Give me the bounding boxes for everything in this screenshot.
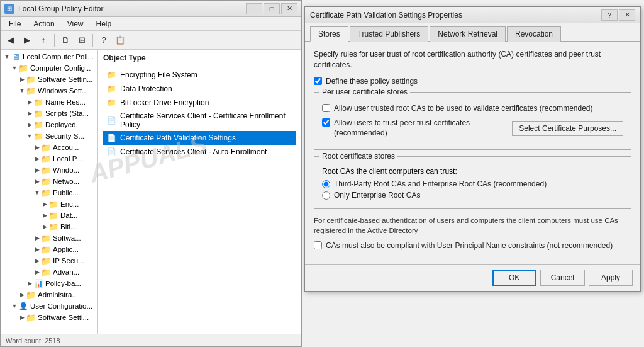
policy-item-cert-path-label: Certificate Path Validation Settings	[120, 134, 236, 142]
policy-item-cert-path[interactable]: 📄 Certificate Path Validation Settings	[103, 131, 296, 145]
folder-icon: 📁	[26, 312, 36, 322]
tree-node-deployed[interactable]: ▶ 📁 Deployed...	[1, 119, 97, 130]
expand-icon: ▶	[33, 155, 41, 162]
user-root-ca-label: Allow user trusted root CAs to be used t…	[334, 104, 593, 114]
radio-row-1: Third-Party Root CAs and Enterprise Root…	[322, 179, 623, 188]
radio-row-2: Only Enterprise Root CAs	[322, 191, 623, 200]
tree-node-policy-ba[interactable]: ▶ 📊 Policy-ba...	[1, 278, 97, 289]
menu-file[interactable]: File	[3, 18, 26, 30]
new-window-button[interactable]: 🗋	[58, 33, 73, 48]
dialog-close-button[interactable]: ✕	[619, 9, 635, 21]
select-cert-button[interactable]: Select Certificate Purposes...	[512, 121, 623, 136]
folder-item-icon: 📁	[106, 70, 116, 80]
tree-node-public-key[interactable]: ▼ 📁 Public...	[1, 187, 97, 198]
folder-icon: 📁	[41, 165, 51, 175]
tree-node-bitl[interactable]: ▶ 📁 Bitl...	[1, 221, 97, 232]
expand-icon: ▶	[26, 121, 33, 128]
dialog-titlebar: Certificate Path Validation Settings Pro…	[305, 7, 640, 23]
tree-node-software-setti[interactable]: ▶ 📁 Software Setti...	[1, 312, 97, 323]
policy-item-bitlocker[interactable]: 📁 BitLocker Drive Encryption	[103, 96, 296, 110]
tree-node-software-settings[interactable]: ▶ 📁 Software Settin...	[1, 74, 97, 85]
third-party-radio-label: Third-Party Root CAs and Enterprise Root…	[334, 179, 547, 188]
tree-node-softwa[interactable]: ▶ 📁 Softwa...	[1, 232, 97, 244]
tree-node-local-p[interactable]: ▶ 📁 Local P...	[1, 153, 97, 164]
close-button[interactable]: ✕	[281, 3, 297, 14]
folder-icon: 📁	[48, 210, 58, 220]
expand-icon: ▼	[11, 302, 18, 310]
per-user-checkbox-area-2: Allow users to trust peer trust certific…	[322, 118, 507, 138]
tab-trusted-publishers[interactable]: Trusted Publishers	[350, 26, 429, 42]
tab-stores[interactable]: Stores	[310, 26, 348, 42]
tree-label-netwo: Netwo...	[53, 178, 79, 185]
tree-node-local-computer[interactable]: ▼ 🖥 Local Computer Poli...	[1, 51, 97, 62]
tree-label-dat: Dat...	[60, 212, 77, 219]
menu-action[interactable]: Action	[28, 18, 60, 30]
dialog-help-button[interactable]: ?	[601, 9, 618, 21]
cancel-button[interactable]: Cancel	[540, 270, 585, 286]
dialog-content: Specify rules for user trust of root cer…	[305, 42, 640, 264]
minimize-button[interactable]: ─	[246, 3, 262, 14]
tree-node-account[interactable]: ▶ 📁 Accou...	[1, 142, 97, 153]
tab-revocation[interactable]: Revocation	[507, 26, 561, 42]
enterprise-only-radio[interactable]	[322, 191, 330, 200]
up-button[interactable]: ↑	[36, 33, 51, 48]
menu-view[interactable]: View	[62, 18, 89, 30]
tab-network-retrieval[interactable]: Network Retrieval	[430, 26, 506, 42]
policy-item-auto-enrollment[interactable]: 📄 Certificate Services Client - Auto-Enr…	[103, 145, 296, 159]
expand-icon: ▼	[33, 189, 41, 196]
folder-icon: 📁	[41, 154, 51, 164]
define-policy-row: Define these policy settings	[314, 77, 631, 86]
tree-label-softwa: Softwa...	[53, 234, 81, 242]
tree-node-advan[interactable]: ▶ 📁 Advan...	[1, 266, 97, 278]
ca-constraint-checkbox[interactable]	[314, 241, 322, 249]
dialog-title-controls: ? ✕	[601, 9, 635, 21]
tree-label-windows-settings: Windows Sett...	[38, 87, 88, 94]
back-button[interactable]: ◀	[3, 33, 18, 48]
tree-node-scripts[interactable]: ▶ 📁 Scripts (Sta...	[1, 108, 97, 119]
tree-node-computer-config[interactable]: ▼ 📁 Computer Config...	[1, 62, 97, 74]
folder-icon: 📁	[41, 188, 51, 198]
expand-icon: ▶	[26, 110, 33, 117]
ok-button[interactable]: OK	[492, 270, 536, 286]
user-root-ca-checkbox[interactable]	[322, 104, 330, 112]
tree-node-security-settings[interactable]: ▼ 📁 Security S...	[1, 130, 97, 142]
toolbar: ◀ ▶ ↑ 🗋 ⊞ ? 📋	[1, 31, 301, 50]
policy-item-data-protection[interactable]: 📁 Data Protection	[103, 82, 296, 96]
lgpe-main: ▼ 🖥 Local Computer Poli... ▼ 📁 Computer …	[1, 50, 301, 334]
policy-item-cert-enrollment[interactable]: 📄 Certificate Services Client - Certific…	[103, 110, 296, 131]
expand-icon: ▶	[26, 98, 33, 106]
forward-button[interactable]: ▶	[19, 33, 35, 48]
chart-icon: 📊	[33, 278, 43, 288]
lgpe-title-controls: ─ □ ✕	[246, 3, 297, 14]
folder-icon: 📁	[33, 120, 43, 130]
policy-item-efs[interactable]: 📁 Encrypting File System	[103, 68, 296, 82]
maximize-button[interactable]: □	[264, 3, 280, 14]
tree-node-enc[interactable]: ▶ 📁 Enc...	[1, 198, 97, 210]
tree-node-netwo[interactable]: ▶ 📁 Netwo...	[1, 176, 97, 187]
folder-item-icon: 📁	[106, 98, 116, 108]
apply-button[interactable]: Apply	[589, 270, 633, 286]
expand-icon: ▼	[11, 64, 18, 72]
third-party-radio[interactable]	[322, 180, 330, 188]
tree-node-dat[interactable]: ▶ 📁 Dat...	[1, 210, 97, 221]
define-policy-checkbox[interactable]	[314, 77, 322, 85]
tree-node-applic[interactable]: ▶ 📁 Applic...	[1, 244, 97, 255]
tree-node-user-config[interactable]: ▼ 👤 User Configuratio...	[1, 300, 97, 312]
tree-node-windows-settings[interactable]: ▼ 📁 Windows Sett...	[1, 85, 97, 96]
enterprise-only-radio-label: Only Enterprise Root CAs	[334, 191, 420, 200]
peer-trust-checkbox[interactable]	[322, 118, 330, 127]
per-user-row-2: Allow users to trust peer trust certific…	[322, 118, 623, 138]
tree-node-administra[interactable]: ▶ 📁 Administra...	[1, 289, 97, 300]
policy-item-cert-enrollment-label: Certificate Services Client - Certificat…	[120, 111, 293, 129]
properties-button[interactable]: 📋	[113, 33, 128, 48]
expand-icon: ▶	[18, 76, 26, 83]
expand-icon: ▼	[3, 53, 11, 60]
tree-node-ip-secu[interactable]: ▶ 📁 IP Secu...	[1, 255, 97, 266]
content-header: Object Type	[103, 52, 296, 65]
menu-help[interactable]: Help	[91, 18, 118, 30]
help-button[interactable]: ?	[96, 33, 111, 48]
tree-node-name-res[interactable]: ▶ 📁 Name Res...	[1, 96, 97, 108]
show-hide-button[interactable]: ⊞	[74, 33, 89, 48]
tree-node-windo[interactable]: ▶ 📁 Windo...	[1, 164, 97, 176]
per-user-checkbox-area-1: Allow user trusted root CAs to be used t…	[322, 104, 623, 114]
